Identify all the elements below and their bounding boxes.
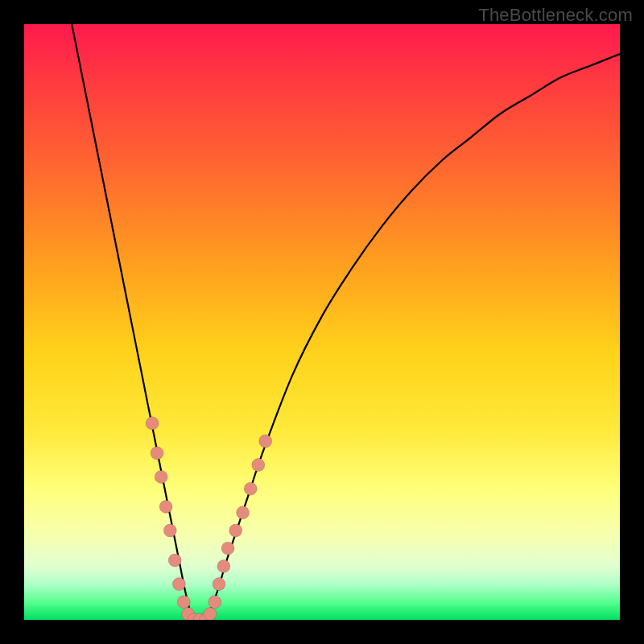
data-marker [213,578,225,591]
data-marker [168,554,181,567]
data-marker [159,500,172,513]
data-marker [155,470,167,483]
data-marker [217,559,230,572]
data-marker [204,608,217,620]
data-marker [229,524,242,537]
data-marker [259,435,272,448]
data-marker [237,506,250,519]
data-marker [177,596,190,609]
data-marker [151,447,163,460]
data-marker [244,482,257,495]
watermark-text: TheBottleneck.com [478,5,633,26]
plot-svg [24,24,620,620]
marker-group [146,417,272,620]
data-marker [252,459,265,472]
data-marker [163,524,176,537]
plot-frame [24,24,620,620]
data-marker [172,578,185,591]
data-marker [208,596,221,609]
data-marker [146,417,159,430]
bottleneck-curve [72,24,620,620]
data-marker [221,542,234,555]
